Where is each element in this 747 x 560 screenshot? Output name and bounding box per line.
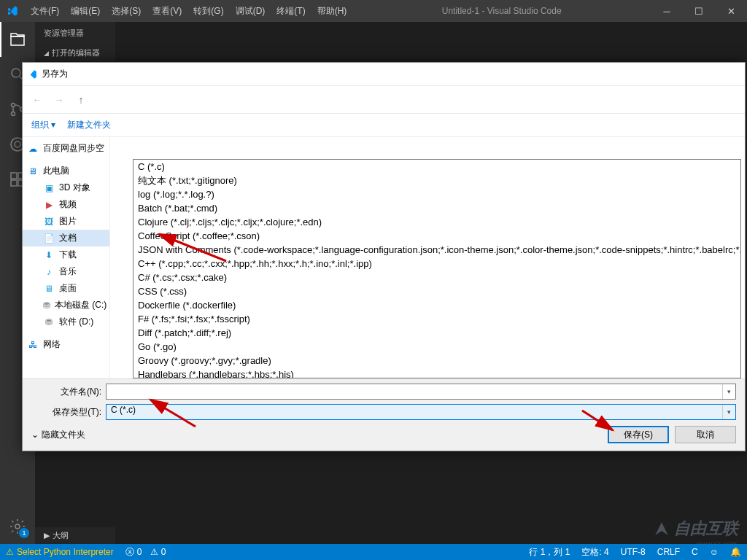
pc-icon: 🖥 — [27, 166, 39, 176]
tree-desktop[interactable]: 🖥桌面 — [23, 280, 109, 297]
filetype-option[interactable]: C (*.c) — [133, 160, 740, 174]
menu-edit[interactable]: 编辑(E) — [65, 0, 106, 22]
dialog-nav-toolbar: ← → ↑ — [23, 86, 745, 114]
hide-folders-toggle[interactable]: ⌄隐藏文件夹 — [31, 429, 85, 441]
close-button[interactable]: ✕ — [715, 0, 747, 22]
sb-bell-icon[interactable]: 🔔 — [724, 544, 747, 560]
error-icon: ⓧ — [125, 546, 134, 559]
tree-3dobjects[interactable]: ▣3D 对象 — [23, 179, 109, 196]
sb-spaces[interactable]: 空格: 4 — [576, 544, 614, 560]
tree-music[interactable]: ♪音乐 — [23, 263, 109, 280]
menu-view[interactable]: 查看(V) — [147, 0, 187, 22]
filetype-option[interactable]: log (*.log;*.*.log.?) — [133, 187, 740, 201]
organize-button[interactable]: 组织 ▾ — [31, 119, 55, 131]
svg-point-10 — [15, 524, 20, 529]
gear-icon[interactable]: 1 — [0, 509, 35, 544]
sb-problems[interactable]: ⓧ0 ⚠0 — [120, 544, 172, 560]
titlebar: 文件(F) 编辑(E) 选择(S) 查看(V) 转到(G) 调试(D) 终端(T… — [0, 0, 747, 22]
tree-downloads[interactable]: ⬇下载 — [23, 246, 109, 263]
sb-language[interactable]: C — [686, 544, 704, 560]
menu-go[interactable]: 转到(G) — [187, 0, 229, 22]
filetype-option[interactable]: F# (*.fs;*.fsi;*.fsx;*.fsscript) — [133, 312, 740, 326]
filetype-option[interactable]: 纯文本 (*.txt;*.gitignore) — [133, 174, 740, 187]
svg-point-1 — [12, 104, 15, 107]
filetype-option[interactable]: CSS (*.css) — [133, 284, 740, 298]
window-controls: ─ ☐ ✕ — [651, 0, 747, 22]
new-folder-button[interactable]: 新建文件夹 — [67, 119, 111, 131]
nav-forward-icon[interactable]: → — [50, 91, 68, 109]
filetype-option[interactable]: Groovy (*.groovy;*.gvy;*.gradle) — [133, 354, 740, 368]
menu-file[interactable]: 文件(F) — [25, 0, 65, 22]
chevron-down-icon[interactable]: ▾ — [722, 384, 735, 399]
tree-pictures[interactable]: 🖼图片 — [23, 213, 109, 230]
save-button[interactable]: 保存(S) — [608, 426, 669, 443]
tree-videos[interactable]: ▶视频 — [23, 196, 109, 213]
tree-network[interactable]: 🖧网络 — [23, 336, 109, 353]
network-icon: 🖧 — [27, 340, 39, 350]
filetype-option[interactable]: JSON with Comments (*.code-workspace;*.l… — [133, 243, 740, 257]
sb-feedback[interactable]: ☺ — [704, 544, 724, 560]
filetype-option[interactable]: Handlebars (*.handlebars;*.hbs;*.hjs) — [133, 368, 740, 378]
sb-line-col[interactable]: 行 1，列 1 — [523, 544, 576, 560]
dialog-body: ☁百度网盘同步空 🖥此电脑 ▣3D 对象 ▶视频 🖼图片 📄文档 ⬇下载 ♪音乐… — [23, 137, 745, 378]
filetype-label: 保存类型(T): — [31, 406, 106, 419]
tree-documents[interactable]: 📄文档 — [23, 230, 109, 246]
explorer-icon[interactable] — [0, 22, 35, 57]
filetype-option[interactable]: Diff (*.patch;*.diff;*.rej) — [133, 326, 740, 340]
menu-selection[interactable]: 选择(S) — [106, 0, 147, 22]
dialog-cmdbar: 组织 ▾ 新建文件夹 — [23, 114, 745, 137]
filetype-option[interactable]: Batch (*.bat;*.cmd) — [133, 201, 740, 215]
warning-icon: ⚠ — [6, 547, 14, 557]
open-editors-section[interactable]: ◢打开的编辑器 — [35, 44, 115, 61]
filetype-dropdown[interactable]: C (*.c)纯文本 (*.txt;*.gitignore)log (*.log… — [133, 159, 741, 378]
cube-icon: ▣ — [43, 183, 55, 193]
svg-rect-6 — [11, 173, 17, 179]
cancel-button[interactable]: 取消 — [675, 426, 736, 443]
maximize-button[interactable]: ☐ — [683, 0, 715, 22]
chevron-down-icon[interactable]: ▾ — [722, 405, 735, 419]
filetype-option[interactable]: C++ (*.cpp;*.cc;*.cxx;*.hpp;*.hh;*.hxx;*… — [133, 257, 740, 271]
save-as-dialog: 另存为 ← → ↑ 组织 ▾ 新建文件夹 ☁百度网盘同步空 🖥此电脑 ▣3D 对… — [22, 62, 746, 451]
places-tree[interactable]: ☁百度网盘同步空 🖥此电脑 ▣3D 对象 ▶视频 🖼图片 📄文档 ⬇下载 ♪音乐… — [23, 137, 110, 378]
chevron-down-icon: ◢ — [44, 50, 49, 57]
video-icon: ▶ — [43, 200, 55, 210]
tree-diskd[interactable]: ⛃软件 (D:) — [23, 314, 109, 330]
menubar: 文件(F) 编辑(E) 选择(S) 查看(V) 转到(G) 调试(D) 终端(T… — [25, 0, 352, 22]
dialog-bottom: 文件名(N): ▾ 保存类型(T): C (*.c)▾ ⌄隐藏文件夹 保存(S)… — [23, 378, 745, 451]
svg-point-0 — [12, 69, 20, 77]
statusbar: ⚠Select Python Interpreter ⓧ0 ⚠0 行 1，列 1… — [0, 544, 747, 560]
explorer-sidebar: 资源管理器 ◢打开的编辑器 — [35, 22, 115, 61]
minimize-button[interactable]: ─ — [651, 0, 683, 22]
nav-up-icon[interactable]: ↑ — [72, 91, 90, 109]
tree-diskc[interactable]: ⛃本地磁盘 (C:) — [23, 297, 109, 314]
filetype-combo[interactable]: C (*.c)▾ — [106, 404, 736, 420]
cloud-icon: ☁ — [27, 144, 39, 154]
nav-back-icon[interactable]: ← — [28, 91, 46, 109]
chevron-right-icon: ▶ — [44, 531, 50, 540]
svg-point-5 — [15, 141, 20, 147]
outline-section[interactable]: ▶大纲 — [35, 527, 115, 544]
tree-thispc[interactable]: 🖥此电脑 — [23, 163, 109, 179]
sb-eol[interactable]: CRLF — [651, 544, 686, 560]
sb-encoding[interactable]: UTF-8 — [615, 544, 651, 560]
filetype-option[interactable]: Clojure (*.clj;*.cljs;*.cljc;*.cljx;*.cl… — [133, 215, 740, 229]
sb-python-interpreter[interactable]: ⚠Select Python Interpreter — [0, 544, 120, 560]
dialog-title: 另存为 — [42, 68, 68, 80]
chevron-down-icon: ⌄ — [31, 429, 39, 440]
disk-icon: ⛃ — [43, 300, 50, 311]
filetype-option[interactable]: Dockerfile (*.dockerfile) — [133, 298, 740, 312]
filetype-option[interactable]: C# (*.cs;*.csx;*.cake) — [133, 271, 740, 284]
filename-label: 文件名(N): — [31, 386, 106, 398]
filename-input[interactable]: ▾ — [106, 384, 736, 400]
desktop-icon: 🖥 — [43, 284, 55, 294]
menu-debug[interactable]: 调试(D) — [230, 0, 271, 22]
svg-rect-7 — [11, 180, 17, 186]
window-title: Untitled-1 - Visual Studio Code — [352, 6, 651, 16]
filetype-option[interactable]: CoffeeScript (*.coffee;*.cson) — [133, 229, 740, 243]
tree-baidu[interactable]: ☁百度网盘同步空 — [23, 140, 109, 157]
filetype-option[interactable]: Go (*.go) — [133, 340, 740, 354]
menu-terminal[interactable]: 终端(T) — [271, 0, 311, 22]
vscode-logo-icon — [0, 5, 25, 17]
vscode-small-icon — [27, 69, 37, 79]
menu-help[interactable]: 帮助(H) — [311, 0, 353, 22]
